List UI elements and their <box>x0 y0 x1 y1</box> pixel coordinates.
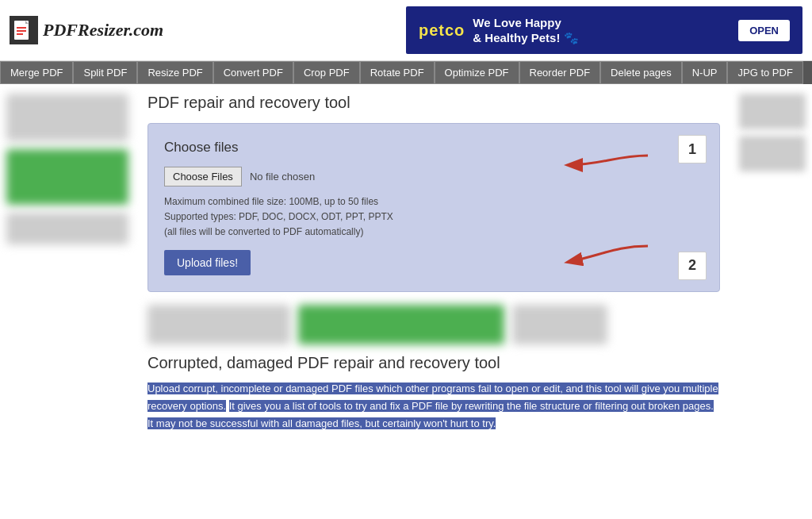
logo-text: PDFResizer.com <box>43 20 163 40</box>
sidebar-ad-2 <box>6 149 128 205</box>
arrow-1 <box>553 149 656 183</box>
sidebar-right-1 <box>739 94 806 129</box>
main-content: PDF repair and recovery tool Choose file… <box>135 84 733 442</box>
bottom-text-2: It gives you a list of tools to try and … <box>229 400 714 412</box>
step-2-badge: 2 <box>678 252 707 280</box>
file-info: Maximum combined file size: 100MB, up to… <box>164 194 703 240</box>
bottom-text: Upload corrupt, incomplete or damaged PD… <box>147 380 720 432</box>
ad-banner: petco We Love Happy& Healthy Pets! 🐾 OPE… <box>406 6 802 54</box>
main-layout: PDF repair and recovery tool Choose file… <box>0 84 812 442</box>
header: PDFResizer.com petco We Love Happy& Heal… <box>0 0 812 61</box>
sidebar-ad-1 <box>6 94 128 141</box>
sidebar-right-2 <box>739 136 806 171</box>
ad-row <box>147 305 720 344</box>
nav-item-resize-pdf[interactable]: Resize PDF <box>137 61 213 84</box>
file-info-line1: Maximum combined file size: 100MB, up to… <box>164 196 378 207</box>
upload-button[interactable]: Upload files! <box>164 250 251 275</box>
file-info-line3: (all files will be converted to PDF auto… <box>164 226 363 237</box>
logo-area: PDFResizer.com <box>10 16 163 44</box>
svg-rect-2 <box>17 27 26 29</box>
svg-rect-3 <box>17 30 26 32</box>
sidebar-left <box>0 84 135 442</box>
ad-tagline: We Love Happy& Healthy Pets! 🐾 <box>473 15 578 46</box>
bottom-title: Corrupted, damaged PDF repair and recove… <box>147 354 720 372</box>
ad-blur-2 <box>298 305 504 344</box>
nav-item-delete-pages[interactable]: Delete pages <box>600 61 682 84</box>
choose-files-button[interactable]: Choose Files <box>164 167 242 186</box>
nav-item-convert-pdf[interactable]: Convert PDF <box>213 61 293 84</box>
sidebar-ad-3 <box>6 213 128 244</box>
nav-item-merge-pdf[interactable]: Merge PDF <box>0 61 73 84</box>
sidebar-right <box>733 84 812 442</box>
nav-item-reorder-pdf[interactable]: Reorder PDF <box>519 61 601 84</box>
step-1-badge: 1 <box>678 135 707 163</box>
nav-bar: Merge PDFSplit PDFResize PDFConvert PDFC… <box>0 61 812 84</box>
upload-box: Choose files Choose Files No file chosen… <box>147 123 720 292</box>
nav-item-rotate-pdf[interactable]: Rotate PDF <box>360 61 435 84</box>
ad-open-button[interactable]: OPEN <box>738 20 790 41</box>
svg-rect-4 <box>17 33 23 35</box>
ad-blur-1 <box>147 305 290 344</box>
ad-petco-brand: petco <box>419 21 465 40</box>
logo-icon <box>10 16 38 44</box>
page-title: PDF repair and recovery tool <box>147 94 720 112</box>
ad-blur-3 <box>512 305 607 344</box>
nav-item-crop-pdf[interactable]: Crop PDF <box>293 61 360 84</box>
nav-item-split-pdf[interactable]: Split PDF <box>73 61 137 84</box>
file-info-line2: Supported types: PDF, DOC, DOCX, ODT, PP… <box>164 211 393 222</box>
bottom-text-3: It may not be successful with all damage… <box>147 417 496 429</box>
nav-item-jpg-to-pdf[interactable]: JPG to PDF <box>727 61 802 84</box>
nav-item-optimize-pdf[interactable]: Optimize PDF <box>435 61 519 84</box>
nav-item-n-up[interactable]: N-UP <box>682 61 728 84</box>
arrow-2 <box>553 240 656 274</box>
no-file-text: No file chosen <box>250 171 315 183</box>
